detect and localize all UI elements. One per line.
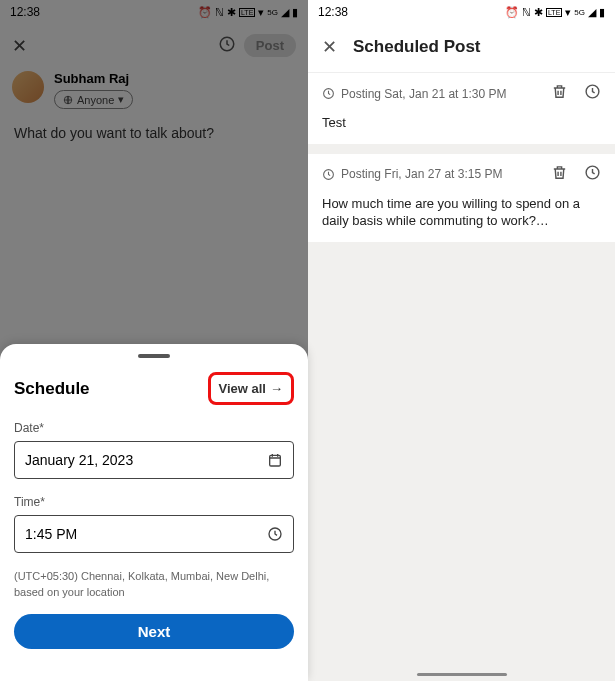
trash-icon — [551, 83, 568, 100]
scheduled-item[interactable]: Posting Sat, Jan 21 at 1:30 PM Test — [308, 73, 615, 144]
clock-icon — [322, 87, 335, 100]
clock-icon — [584, 83, 601, 100]
signal-icon: ◢ — [588, 6, 596, 19]
scheduled-body: How much time are you willing to spend o… — [322, 195, 601, 230]
volte-icon: LTE — [546, 8, 562, 17]
statusbar-icons: ⏰ ℕ ✱ LTE ▾ 5G ◢ ▮ — [505, 6, 605, 19]
trash-icon — [551, 164, 568, 181]
clock-icon — [322, 168, 335, 181]
close-icon[interactable]: ✕ — [12, 35, 27, 57]
time-input[interactable]: 1:45 PM — [14, 515, 294, 553]
schedule-bottom-sheet: Schedule View all → Date* January 21, 20… — [0, 344, 308, 681]
audience-selector[interactable]: Anyone ▾ — [54, 90, 133, 109]
alarm-icon: ⏰ — [198, 6, 212, 19]
signal-icon: ◢ — [281, 6, 289, 19]
nfc-icon: ℕ — [215, 6, 224, 19]
svg-rect-2 — [270, 456, 281, 467]
timezone-note: (UTC+05:30) Chennai, Kolkata, Mumbai, Ne… — [14, 569, 294, 600]
time-label: Time* — [14, 495, 294, 509]
audience-label: Anyone — [77, 94, 114, 106]
view-all-button[interactable]: View all → — [219, 381, 283, 396]
sheet-grabber[interactable] — [138, 354, 170, 358]
battery-icon: ▮ — [292, 6, 298, 19]
delete-button[interactable] — [551, 83, 568, 104]
statusbar-time: 12:38 — [10, 5, 40, 19]
signal-5g-icon: 5G — [267, 8, 278, 17]
reschedule-button[interactable] — [584, 164, 601, 185]
date-value: January 21, 2023 — [25, 452, 133, 468]
clock-icon — [267, 526, 283, 542]
arrow-right-icon: → — [270, 381, 283, 396]
wifi-icon: ▾ — [258, 6, 264, 19]
calendar-icon — [267, 452, 283, 468]
delete-button[interactable] — [551, 164, 568, 185]
avatar — [12, 71, 44, 103]
scheduled-header: ✕ Scheduled Post — [308, 24, 615, 73]
view-all-label: View all — [219, 381, 266, 396]
date-label: Date* — [14, 421, 294, 435]
date-input[interactable]: January 21, 2023 — [14, 441, 294, 479]
scheduled-meta: Posting Fri, Jan 27 at 3:15 PM — [341, 167, 502, 181]
close-icon[interactable]: ✕ — [322, 36, 337, 58]
clock-icon — [584, 164, 601, 181]
schedule-icon[interactable] — [218, 35, 236, 57]
scheduled-meta: Posting Sat, Jan 21 at 1:30 PM — [341, 87, 506, 101]
bluetooth-icon: ✱ — [227, 6, 236, 19]
volte-icon: LTE — [239, 8, 255, 17]
next-button[interactable]: Next — [14, 614, 294, 649]
time-value: 1:45 PM — [25, 526, 77, 542]
compose-prompt[interactable]: What do you want to talk about? — [0, 117, 308, 149]
signal-5g-icon: 5G — [574, 8, 585, 17]
status-bar-right: 12:38 ⏰ ℕ ✱ LTE ▾ 5G ◢ ▮ — [308, 0, 615, 24]
post-button[interactable]: Post — [244, 34, 296, 57]
nav-handle[interactable] — [417, 673, 507, 676]
scheduled-item[interactable]: Posting Fri, Jan 27 at 3:15 PM How much … — [308, 154, 615, 242]
globe-icon — [63, 95, 73, 105]
statusbar-time: 12:38 — [318, 5, 348, 19]
status-bar-left: 12:38 ⏰ ℕ ✱ LTE ▾ 5G ◢ ▮ — [0, 0, 308, 24]
reschedule-button[interactable] — [584, 83, 601, 104]
statusbar-icons: ⏰ ℕ ✱ LTE ▾ 5G ◢ ▮ — [198, 6, 298, 19]
wifi-icon: ▾ — [565, 6, 571, 19]
chevron-down-icon: ▾ — [118, 93, 124, 106]
page-title: Scheduled Post — [353, 37, 481, 57]
view-all-highlight: View all → — [208, 372, 294, 405]
scheduled-list: Posting Sat, Jan 21 at 1:30 PM Test — [308, 73, 615, 667]
scheduled-body: Test — [322, 114, 601, 132]
alarm-icon: ⏰ — [505, 6, 519, 19]
schedule-title: Schedule — [14, 379, 90, 399]
nfc-icon: ℕ — [522, 6, 531, 19]
battery-icon: ▮ — [599, 6, 605, 19]
android-nav-bar-right — [308, 667, 615, 681]
bluetooth-icon: ✱ — [534, 6, 543, 19]
user-name: Subham Raj — [54, 71, 133, 86]
